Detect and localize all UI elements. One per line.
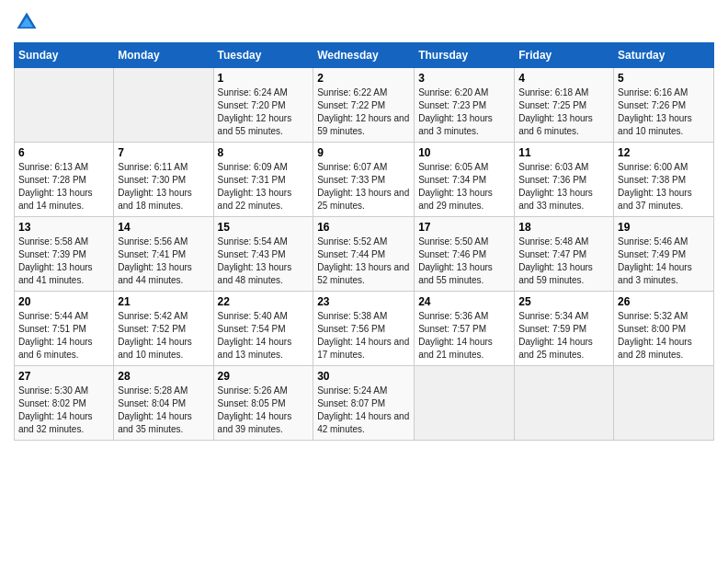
day-number: 18 — [518, 221, 609, 234]
calendar-cell: 22Sunrise: 5:40 AMSunset: 7:54 PMDayligh… — [213, 292, 313, 366]
day-info: Sunrise: 5:30 AMSunset: 8:02 PMDaylight:… — [18, 385, 109, 436]
calendar-cell: 5Sunrise: 6:16 AMSunset: 7:26 PMDaylight… — [614, 68, 714, 143]
day-number: 24 — [418, 295, 510, 308]
week-row-5: 27Sunrise: 5:30 AMSunset: 8:02 PMDayligh… — [15, 366, 714, 441]
day-info: Sunrise: 5:46 AMSunset: 7:49 PMDaylight:… — [618, 236, 710, 287]
header-friday: Friday — [515, 43, 614, 68]
day-info: Sunrise: 5:44 AMSunset: 7:51 PMDaylight:… — [18, 310, 109, 362]
day-number: 6 — [18, 146, 109, 159]
day-number: 17 — [418, 221, 510, 234]
day-number: 11 — [518, 146, 609, 159]
day-info: Sunrise: 5:48 AMSunset: 7:47 PMDaylight:… — [518, 236, 609, 287]
calendar-cell: 8Sunrise: 6:09 AMSunset: 7:31 PMDaylight… — [213, 143, 313, 217]
calendar-cell — [515, 366, 614, 441]
calendar-cell: 14Sunrise: 5:56 AMSunset: 7:41 PMDayligh… — [114, 217, 213, 292]
day-number: 1 — [218, 72, 310, 85]
day-number: 22 — [218, 295, 310, 308]
day-info: Sunrise: 6:11 AMSunset: 7:30 PMDaylight:… — [118, 161, 209, 213]
page-header — [14, 9, 714, 35]
calendar-cell — [114, 68, 213, 143]
day-info: Sunrise: 6:18 AMSunset: 7:25 PMDaylight:… — [518, 86, 609, 138]
header-tuesday: Tuesday — [213, 43, 313, 68]
calendar-cell: 6Sunrise: 6:13 AMSunset: 7:28 PMDaylight… — [15, 143, 114, 217]
day-info: Sunrise: 5:38 AMSunset: 7:56 PMDaylight:… — [317, 310, 410, 362]
day-number: 4 — [518, 72, 609, 85]
week-row-2: 6Sunrise: 6:13 AMSunset: 7:28 PMDaylight… — [15, 143, 714, 217]
day-info: Sunrise: 5:40 AMSunset: 7:54 PMDaylight:… — [218, 310, 310, 362]
day-number: 13 — [18, 221, 109, 234]
day-info: Sunrise: 5:58 AMSunset: 7:39 PMDaylight:… — [18, 236, 109, 287]
day-info: Sunrise: 5:28 AMSunset: 8:04 PMDaylight:… — [118, 385, 209, 436]
day-info: Sunrise: 5:52 AMSunset: 7:44 PMDaylight:… — [317, 236, 410, 287]
week-row-3: 13Sunrise: 5:58 AMSunset: 7:39 PMDayligh… — [15, 217, 714, 292]
day-number: 29 — [218, 370, 310, 383]
day-info: Sunrise: 6:22 AMSunset: 7:22 PMDaylight:… — [317, 86, 410, 138]
day-number: 30 — [317, 370, 410, 383]
calendar-cell: 24Sunrise: 5:36 AMSunset: 7:57 PMDayligh… — [415, 292, 515, 366]
day-info: Sunrise: 5:36 AMSunset: 7:57 PMDaylight:… — [418, 310, 510, 362]
calendar-cell: 7Sunrise: 6:11 AMSunset: 7:30 PMDaylight… — [114, 143, 213, 217]
logo-icon — [14, 9, 40, 35]
day-info: Sunrise: 5:56 AMSunset: 7:41 PMDaylight:… — [118, 236, 209, 287]
day-info: Sunrise: 6:09 AMSunset: 7:31 PMDaylight:… — [218, 161, 310, 213]
day-number: 21 — [118, 295, 209, 308]
header-thursday: Thursday — [415, 43, 515, 68]
day-info: Sunrise: 6:16 AMSunset: 7:26 PMDaylight:… — [618, 86, 710, 138]
header-wednesday: Wednesday — [313, 43, 415, 68]
calendar-cell: 13Sunrise: 5:58 AMSunset: 7:39 PMDayligh… — [15, 217, 114, 292]
day-info: Sunrise: 5:54 AMSunset: 7:43 PMDaylight:… — [218, 236, 310, 287]
day-number: 28 — [118, 370, 209, 383]
calendar-cell: 30Sunrise: 5:24 AMSunset: 8:07 PMDayligh… — [313, 366, 415, 441]
day-number: 25 — [518, 295, 609, 308]
week-row-4: 20Sunrise: 5:44 AMSunset: 7:51 PMDayligh… — [15, 292, 714, 366]
calendar-cell: 25Sunrise: 5:34 AMSunset: 7:59 PMDayligh… — [515, 292, 614, 366]
day-info: Sunrise: 6:24 AMSunset: 7:20 PMDaylight:… — [218, 86, 310, 138]
calendar-cell: 9Sunrise: 6:07 AMSunset: 7:33 PMDaylight… — [313, 143, 415, 217]
calendar-cell: 23Sunrise: 5:38 AMSunset: 7:56 PMDayligh… — [313, 292, 415, 366]
day-number: 5 — [618, 72, 710, 85]
day-number: 16 — [317, 221, 410, 234]
day-info: Sunrise: 6:03 AMSunset: 7:36 PMDaylight:… — [518, 161, 609, 213]
day-info: Sunrise: 6:13 AMSunset: 7:28 PMDaylight:… — [18, 161, 109, 213]
day-info: Sunrise: 6:20 AMSunset: 7:23 PMDaylight:… — [418, 86, 510, 138]
day-number: 10 — [418, 146, 510, 159]
day-number: 2 — [317, 72, 410, 85]
day-info: Sunrise: 5:50 AMSunset: 7:46 PMDaylight:… — [418, 236, 510, 287]
calendar-cell: 21Sunrise: 5:42 AMSunset: 7:52 PMDayligh… — [114, 292, 213, 366]
calendar-cell: 27Sunrise: 5:30 AMSunset: 8:02 PMDayligh… — [15, 366, 114, 441]
calendar-cell: 26Sunrise: 5:32 AMSunset: 8:00 PMDayligh… — [614, 292, 714, 366]
day-number: 12 — [618, 146, 710, 159]
calendar-cell: 11Sunrise: 6:03 AMSunset: 7:36 PMDayligh… — [515, 143, 614, 217]
logo — [14, 9, 43, 35]
calendar-cell: 2Sunrise: 6:22 AMSunset: 7:22 PMDaylight… — [313, 68, 415, 143]
day-info: Sunrise: 5:26 AMSunset: 8:05 PMDaylight:… — [218, 385, 310, 436]
day-number: 14 — [118, 221, 209, 234]
calendar-cell: 29Sunrise: 5:26 AMSunset: 8:05 PMDayligh… — [213, 366, 313, 441]
day-number: 3 — [418, 72, 510, 85]
day-info: Sunrise: 5:32 AMSunset: 8:00 PMDaylight:… — [618, 310, 710, 362]
day-number: 26 — [618, 295, 710, 308]
day-info: Sunrise: 5:34 AMSunset: 7:59 PMDaylight:… — [518, 310, 609, 362]
calendar-header-row: SundayMondayTuesdayWednesdayThursdayFrid… — [15, 43, 714, 68]
calendar-cell: 1Sunrise: 6:24 AMSunset: 7:20 PMDaylight… — [213, 68, 313, 143]
calendar-cell: 17Sunrise: 5:50 AMSunset: 7:46 PMDayligh… — [415, 217, 515, 292]
day-info: Sunrise: 6:07 AMSunset: 7:33 PMDaylight:… — [317, 161, 410, 213]
calendar-cell: 15Sunrise: 5:54 AMSunset: 7:43 PMDayligh… — [213, 217, 313, 292]
day-info: Sunrise: 6:05 AMSunset: 7:34 PMDaylight:… — [418, 161, 510, 213]
calendar-cell — [15, 68, 114, 143]
calendar-cell: 12Sunrise: 6:00 AMSunset: 7:38 PMDayligh… — [614, 143, 714, 217]
day-number: 23 — [317, 295, 410, 308]
calendar-table: SundayMondayTuesdayWednesdayThursdayFrid… — [14, 42, 714, 441]
day-number: 8 — [218, 146, 310, 159]
calendar-cell: 28Sunrise: 5:28 AMSunset: 8:04 PMDayligh… — [114, 366, 213, 441]
calendar-cell: 20Sunrise: 5:44 AMSunset: 7:51 PMDayligh… — [15, 292, 114, 366]
calendar-cell: 3Sunrise: 6:20 AMSunset: 7:23 PMDaylight… — [415, 68, 515, 143]
calendar-cell: 4Sunrise: 6:18 AMSunset: 7:25 PMDaylight… — [515, 68, 614, 143]
calendar-cell: 18Sunrise: 5:48 AMSunset: 7:47 PMDayligh… — [515, 217, 614, 292]
calendar-cell — [614, 366, 714, 441]
day-number: 20 — [18, 295, 109, 308]
day-number: 27 — [18, 370, 109, 383]
week-row-1: 1Sunrise: 6:24 AMSunset: 7:20 PMDaylight… — [15, 68, 714, 143]
calendar-cell — [415, 366, 515, 441]
calendar-cell: 16Sunrise: 5:52 AMSunset: 7:44 PMDayligh… — [313, 217, 415, 292]
